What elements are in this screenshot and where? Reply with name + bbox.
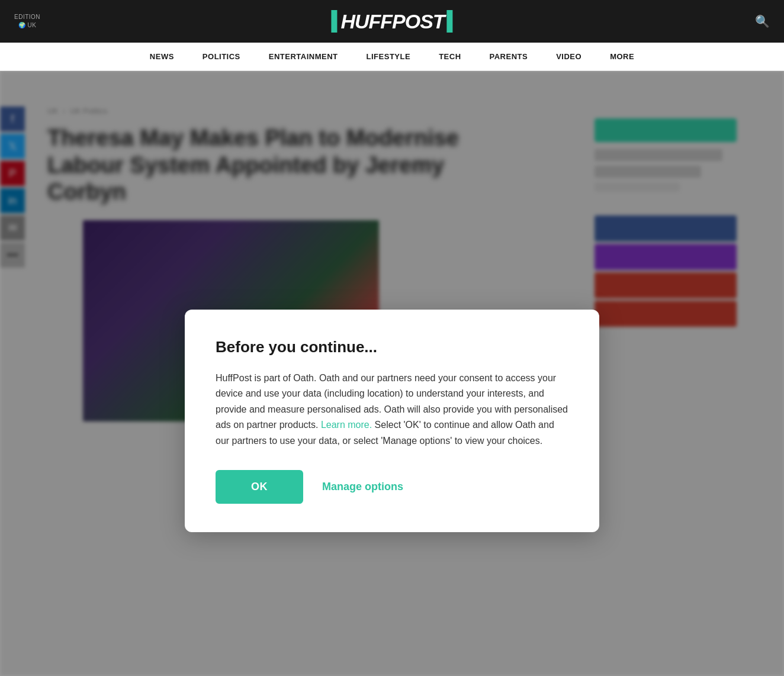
nav-lifestyle[interactable]: LIFESTYLE [367,52,411,61]
ok-button[interactable]: OK [216,470,303,504]
nav-entertainment[interactable]: ENTERTAINMENT [269,52,338,61]
search-icon[interactable]: 🔍 [755,14,770,28]
modal-title: Before you continue... [216,338,568,356]
manage-options-button[interactable]: Manage options [322,481,403,493]
edition-label: EDITION [14,13,40,21]
logo-bar-right [447,10,453,33]
edition-badge: EDITION 🌍 UK [14,13,40,30]
site-header: EDITION 🌍 UK HUFFPOST 🔍 [0,0,784,43]
nav-more[interactable]: MORE [610,52,634,61]
consent-modal: Before you continue... HuffPost is part … [185,310,599,532]
logo-text: HUFFPOST [340,10,444,33]
main-nav: NEWS POLITICS ENTERTAINMENT LIFESTYLE TE… [0,43,784,71]
modal-body: HuffPost is part of Oath. Oath and our p… [216,371,568,449]
learn-more-link[interactable]: Learn more. [321,420,372,430]
nav-video[interactable]: VIDEO [556,52,581,61]
modal-overlay: Before you continue... HuffPost is part … [0,71,784,676]
nav-tech[interactable]: TECH [439,52,461,61]
globe-icon: 🌍 UK [18,21,37,30]
site-logo[interactable]: HUFFPOST [331,10,452,33]
logo-bar-left [331,10,337,33]
modal-actions: OK Manage options [216,470,568,504]
nav-news[interactable]: NEWS [150,52,174,61]
nav-politics[interactable]: POLITICS [203,52,240,61]
nav-parents[interactable]: PARENTS [490,52,528,61]
